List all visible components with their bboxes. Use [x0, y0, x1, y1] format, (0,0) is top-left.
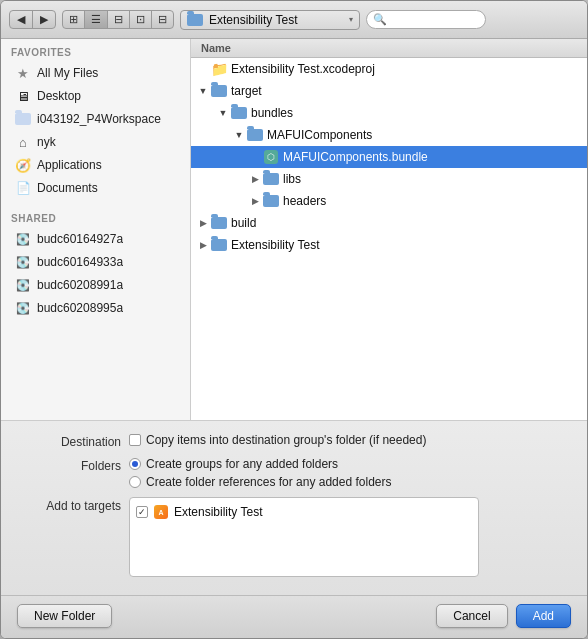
search-icon: 🔍: [373, 13, 387, 26]
documents-icon: 📄: [15, 180, 31, 196]
file-item[interactable]: ▶ headers: [191, 190, 587, 212]
view-buttons: ⊞ ☰ ⊟ ⊡ ⊟: [62, 10, 174, 29]
sidebar-item-label: i043192_P4Workspace: [37, 112, 161, 126]
file-item[interactable]: ▶ libs: [191, 168, 587, 190]
sidebar-item-nyk[interactable]: ⌂ nyk: [5, 131, 186, 153]
nav-buttons: ◀ ▶: [9, 10, 56, 29]
file-name: build: [231, 216, 256, 230]
file-name: headers: [283, 194, 326, 208]
sidebar-item-label: nyk: [37, 135, 56, 149]
view-column-button[interactable]: ⊟: [108, 11, 130, 28]
triangle-closed-icon[interactable]: ▶: [251, 197, 259, 205]
file-name: bundles: [251, 106, 293, 120]
folder-icon: [263, 171, 279, 187]
cancel-button[interactable]: Cancel: [436, 604, 507, 628]
triangle-closed-icon[interactable]: ▶: [199, 241, 207, 249]
location-arrow-icon: ▾: [349, 15, 353, 24]
destination-text: Copy items into destination group's fold…: [146, 433, 426, 447]
file-name: Extensibility Test.xcodeproj: [231, 62, 375, 76]
sidebar-item-budc2[interactable]: 💽 budc60164933a: [5, 251, 186, 273]
add-button[interactable]: Add: [516, 604, 571, 628]
target-item[interactable]: A Extensibility Test: [136, 502, 472, 522]
drive-icon: 💽: [15, 254, 31, 270]
location-label: Extensibility Test: [209, 13, 343, 27]
triangle-closed-icon[interactable]: ▶: [251, 175, 259, 183]
file-name: libs: [283, 172, 301, 186]
folders-label: Folders: [21, 457, 121, 473]
sidebar-item-budc3[interactable]: 💽 budc60208991a: [5, 274, 186, 296]
applications-icon: 🧭: [15, 157, 31, 173]
sidebar: FAVORITES ★ All My Files 🖥 Desktop i0431…: [1, 39, 191, 420]
browser-area: FAVORITES ★ All My Files 🖥 Desktop i0431…: [1, 39, 587, 420]
triangle-open-icon[interactable]: ▼: [219, 109, 227, 117]
folders-option-1: Create groups for any added folders: [146, 457, 338, 471]
destination-checkbox[interactable]: [129, 434, 141, 446]
folders-radio-1[interactable]: [129, 458, 141, 470]
sidebar-item-label: Desktop: [37, 89, 81, 103]
sidebar-item-workspace[interactable]: i043192_P4Workspace: [5, 108, 186, 130]
triangle-open-icon[interactable]: ▼: [199, 87, 207, 95]
file-item[interactable]: ▼ target: [191, 80, 587, 102]
folders-radio-2[interactable]: [129, 476, 141, 488]
folder-icon: [211, 215, 227, 231]
file-name: target: [231, 84, 262, 98]
sidebar-item-applications[interactable]: 🧭 Applications: [5, 154, 186, 176]
column-header: Name: [191, 39, 587, 58]
right-buttons: Cancel Add: [436, 604, 571, 628]
folders-row: Folders Create groups for any added fold…: [21, 457, 567, 489]
file-item-selected[interactable]: ▶ MAFUIComponents.bundle: [191, 146, 587, 168]
file-item[interactable]: ▼ bundles: [191, 102, 587, 124]
star-icon: ★: [15, 65, 31, 81]
folders-option-2: Create folder references for any added f…: [146, 475, 391, 489]
destination-label: Destination: [21, 433, 121, 449]
xcode-icon: A: [153, 504, 169, 520]
back-button[interactable]: ◀: [10, 11, 33, 28]
file-item[interactable]: ▼ MAFUIComponents: [191, 124, 587, 146]
folder-icon: [263, 193, 279, 209]
targets-row: Add to targets A Extensibility Test: [21, 497, 567, 577]
destination-content: Copy items into destination group's fold…: [129, 433, 567, 447]
file-item[interactable]: ▶ 📁 Extensibility Test.xcodeproj: [191, 58, 587, 80]
view-list-button[interactable]: ☰: [85, 11, 108, 28]
sidebar-item-label: All My Files: [37, 66, 98, 80]
location-dropdown[interactable]: Extensibility Test ▾: [180, 10, 360, 30]
radio-row-2: Create folder references for any added f…: [129, 475, 567, 489]
sidebar-item-budc4[interactable]: 💽 budc60208995a: [5, 297, 186, 319]
triangle-closed-icon[interactable]: ▶: [199, 219, 207, 227]
drive-icon: 💽: [15, 231, 31, 247]
location-folder-icon: [187, 14, 203, 26]
drive-icon: 💽: [15, 300, 31, 316]
sidebar-item-budc1[interactable]: 💽 budc60164927a: [5, 228, 186, 250]
file-name: MAFUIComponents: [267, 128, 372, 142]
sidebar-item-all-my-files[interactable]: ★ All My Files: [5, 62, 186, 84]
folder-icon: [231, 105, 247, 121]
file-list: ▶ 📁 Extensibility Test.xcodeproj ▼ targe…: [191, 58, 587, 420]
options-panel: Destination Copy items into destination …: [1, 420, 587, 595]
triangle-open-icon[interactable]: ▼: [235, 131, 243, 139]
target-checkbox[interactable]: [136, 506, 148, 518]
shared-label: SHARED: [1, 205, 190, 227]
folder-icon: [211, 237, 227, 253]
radio-row-1: Create groups for any added folders: [129, 457, 567, 471]
targets-label: Add to targets: [21, 497, 121, 513]
view-icon-button[interactable]: ⊞: [63, 11, 85, 28]
search-input[interactable]: [390, 14, 480, 26]
toolbar: ◀ ▶ ⊞ ☰ ⊟ ⊡ ⊟ Extensibility Test ▾ 🔍: [1, 1, 587, 39]
desktop-icon: 🖥: [15, 88, 31, 104]
view-arrange-button[interactable]: ⊟: [152, 11, 173, 28]
sidebar-item-documents[interactable]: 📄 Documents: [5, 177, 186, 199]
folder-icon: [211, 83, 227, 99]
view-cover-button[interactable]: ⊡: [130, 11, 152, 28]
target-label: Extensibility Test: [174, 505, 262, 519]
forward-button[interactable]: ▶: [33, 11, 55, 28]
open-dialog: ◀ ▶ ⊞ ☰ ⊟ ⊡ ⊟ Extensibility Test ▾ 🔍 FAV…: [0, 0, 588, 639]
drive-icon: 💽: [15, 277, 31, 293]
sidebar-item-desktop[interactable]: 🖥 Desktop: [5, 85, 186, 107]
xcodeproj-icon: 📁: [211, 61, 227, 77]
folder-icon: [247, 127, 263, 143]
new-folder-button[interactable]: New Folder: [17, 604, 112, 628]
sidebar-item-label: Documents: [37, 181, 98, 195]
folder-icon: [15, 111, 31, 127]
file-item[interactable]: ▶ build: [191, 212, 587, 234]
file-item[interactable]: ▶ Extensibility Test: [191, 234, 587, 256]
